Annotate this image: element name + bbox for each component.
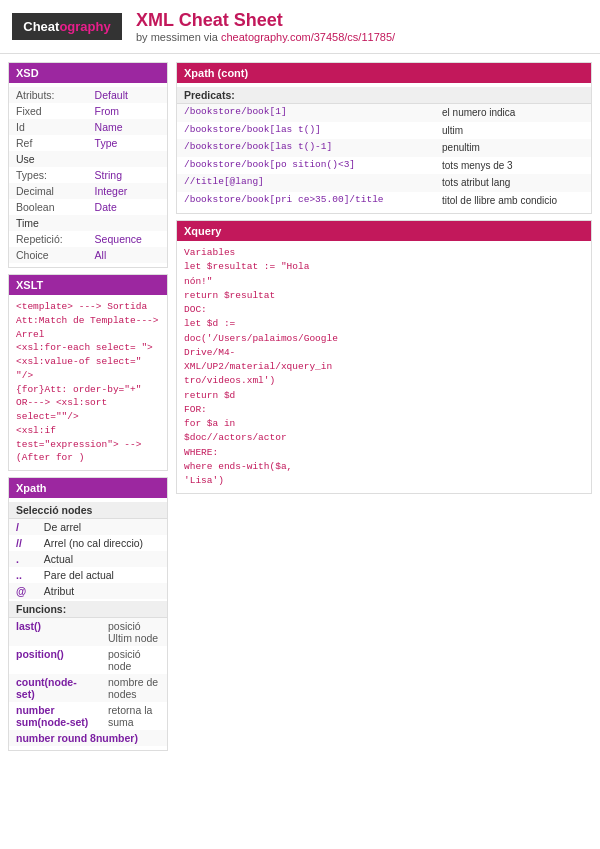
xsd-cell: From — [88, 103, 167, 119]
predicats-label: Predicats: — [177, 87, 591, 104]
xpath-nodes-table: / De arrel // Arrel (no cal direccio) . … — [9, 519, 167, 599]
xpath-cont-section: Xpath (cont) Predicats: /bookstore/book[… — [176, 62, 592, 214]
xsd-cell: Repetició: — [9, 231, 88, 247]
byline: by messimen via cheatography.com/37458/c… — [136, 31, 395, 43]
table-row: //title[@lang] tots atribut lang — [177, 174, 591, 192]
xsd-cell: Integer — [88, 183, 167, 199]
xpath-cont-cell: /bookstore/book[las t()-1] — [177, 139, 435, 157]
xsd-body: Atributs: Default Fixed From Id Name R — [9, 83, 167, 267]
xsd-cell: String — [88, 167, 167, 183]
xpath-cell: number round 8number) — [9, 730, 167, 746]
header-title: XML Cheat Sheet by messimen via cheatogr… — [136, 10, 395, 43]
xsd-table: Atributs: Default Fixed From Id Name R — [9, 87, 167, 263]
xsd-cell: Boolean — [9, 199, 88, 215]
xslt-section: XSLT <template> ---> Sortida Att:Match d… — [8, 274, 168, 471]
xquery-section: Xquery Variables let $resultat := "Hola … — [176, 220, 592, 494]
table-row: number sum(node-set) retorna la suma — [9, 702, 167, 730]
xpath-cont-cell: /bookstore/book[1] — [177, 104, 435, 122]
xpath-cont-cell: //title[@lang] — [177, 174, 435, 192]
xsd-cell: Date — [88, 199, 167, 215]
xpath-cell: posició Ultim node — [101, 618, 167, 646]
xquery-header: Xquery — [177, 221, 591, 241]
xsd-cell: Time — [9, 215, 167, 231]
xpath-cell: . — [9, 551, 37, 567]
xpath-cell: // — [9, 535, 37, 551]
table-row: count(node-set) nombre de nodes — [9, 674, 167, 702]
xpath-cont-body: Predicats: /bookstore/book[1] el numero … — [177, 83, 591, 213]
xsd-cell: Sequence — [88, 231, 167, 247]
xsd-cell: Default — [88, 87, 167, 103]
table-row: /bookstore/book[las t()] ultim — [177, 122, 591, 140]
table-row: /bookstore/book[pri ce>35.00]/title tito… — [177, 192, 591, 210]
xsd-cell: All — [88, 247, 167, 263]
table-row: .. Pare del actual — [9, 567, 167, 583]
col-left: XSD Atributs: Default Fixed From Id — [8, 62, 168, 751]
table-row: last() posició Ultim node — [9, 618, 167, 646]
xsd-cell: Types: — [9, 167, 88, 183]
xpath-cell: / — [9, 519, 37, 535]
xsd-header: XSD — [9, 63, 167, 83]
table-row: Use — [9, 151, 167, 167]
table-row: // Arrel (no cal direccio) — [9, 535, 167, 551]
xpath-cell: number sum(node-set) — [9, 702, 101, 730]
xslt-code: <template> ---> Sortida Att:Match de Tem… — [9, 295, 167, 470]
xpath-seleccio-label: Selecció nodes — [9, 502, 167, 519]
xpath-cell: Actual — [37, 551, 167, 567]
table-row: Boolean Date — [9, 199, 167, 215]
xpath-cont-cell: /bookstore/book[po sition()<3] — [177, 157, 435, 175]
xpath-cell: De arrel — [37, 519, 167, 535]
xsd-cell: Choice — [9, 247, 88, 263]
table-row: Repetició: Sequence — [9, 231, 167, 247]
xpath-cell: retorna la suma — [101, 702, 167, 730]
xpath-cont-table: /bookstore/book[1] el numero indica /boo… — [177, 104, 591, 209]
xquery-code: Variables let $resultat := "Hola nón!" r… — [177, 241, 591, 493]
table-row: Ref Type — [9, 135, 167, 151]
xpath-cell: .. — [9, 567, 37, 583]
byline-link[interactable]: cheatography.com/37458/cs/11785/ — [221, 31, 395, 43]
xpath-cont-header: Xpath (cont) — [177, 63, 591, 83]
table-row: Time — [9, 215, 167, 231]
header: Cheatography XML Cheat Sheet by messimen… — [0, 0, 600, 54]
table-row: number round 8number) — [9, 730, 167, 746]
table-row: / De arrel — [9, 519, 167, 535]
table-row: Id Name — [9, 119, 167, 135]
table-row: Fixed From — [9, 103, 167, 119]
xpath-cell: Arrel (no cal direccio) — [37, 535, 167, 551]
xsd-cell: Use — [9, 151, 167, 167]
xpath-cell: count(node-set) — [9, 674, 101, 702]
xpath-funcions-label: Funcions: — [9, 601, 167, 618]
xpath-cell: last() — [9, 618, 101, 646]
xpath-cont-cell: titol de llibre amb condicio — [435, 192, 591, 210]
table-row: @ Atribut — [9, 583, 167, 599]
xpath-body: Selecció nodes / De arrel // Arrel (no c… — [9, 498, 167, 750]
xsd-cell: Decimal — [9, 183, 88, 199]
xsd-section: XSD Atributs: Default Fixed From Id — [8, 62, 168, 268]
table-row: Types: String — [9, 167, 167, 183]
xpath-cell: nombre de nodes — [101, 674, 167, 702]
xslt-header: XSLT — [9, 275, 167, 295]
table-row: /bookstore/book[po sition()<3] tots meny… — [177, 157, 591, 175]
logo-accent: ography — [59, 19, 110, 34]
main-content: XSD Atributs: Default Fixed From Id — [0, 54, 600, 759]
table-row: Choice All — [9, 247, 167, 263]
col-right: Xpath (cont) Predicats: /bookstore/book[… — [176, 62, 592, 494]
table-row: Atributs: Default — [9, 87, 167, 103]
xpath-cont-cell: tots menys de 3 — [435, 157, 591, 175]
xsd-cell: Fixed — [9, 103, 88, 119]
page-title: XML Cheat Sheet — [136, 10, 395, 31]
xpath-cell: position() — [9, 646, 101, 674]
table-row: Decimal Integer — [9, 183, 167, 199]
page: Cheatography XML Cheat Sheet by messimen… — [0, 0, 600, 849]
xpath-cont-cell: tots atribut lang — [435, 174, 591, 192]
table-row: . Actual — [9, 551, 167, 567]
xpath-cont-cell: /bookstore/book[las t()] — [177, 122, 435, 140]
xpath-cell: @ — [9, 583, 37, 599]
byline-text: by messimen via — [136, 31, 218, 43]
xsd-cell: Type — [88, 135, 167, 151]
xsd-cell: Atributs: — [9, 87, 88, 103]
table-row: /bookstore/book[las t()-1] penultim — [177, 139, 591, 157]
table-row: position() posició node — [9, 646, 167, 674]
xpath-cell: Pare del actual — [37, 567, 167, 583]
xsd-cell: Id — [9, 119, 88, 135]
xpath-cont-cell: ultim — [435, 122, 591, 140]
